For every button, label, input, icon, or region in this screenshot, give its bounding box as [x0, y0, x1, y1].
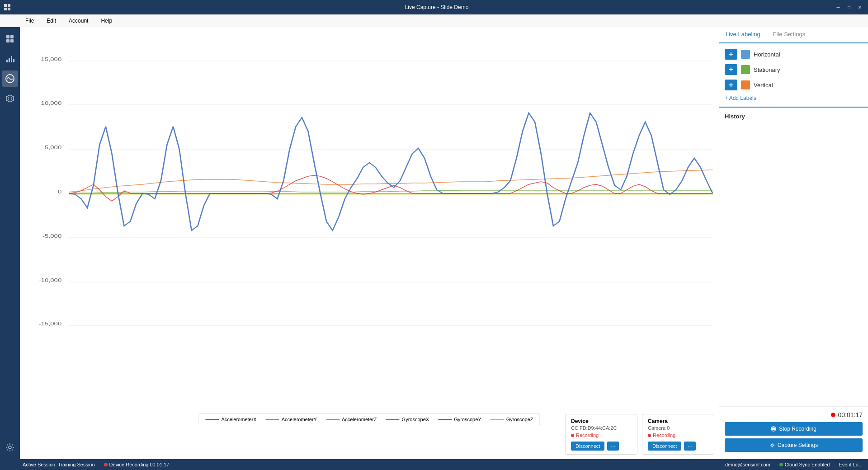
legend-item-gyrox: GyroscopeX	[386, 417, 429, 422]
device-rec-dot	[571, 434, 574, 437]
camera-buttons: Disconnect ···	[648, 442, 708, 451]
y-label-5000: 5,000	[45, 145, 61, 150]
status-email: demo@sensiml.com	[725, 462, 770, 467]
minimize-button[interactable]: ─	[834, 4, 843, 10]
statusbar: Active Session: Training Session Device …	[0, 459, 868, 470]
sidebar-item-settings[interactable]	[2, 439, 18, 456]
legend-label-accely: AccelerometerY	[282, 417, 317, 422]
right-panel: Live Labeling File Settings + Horizontal…	[719, 27, 868, 459]
y-label-neg5000: -5,000	[42, 233, 61, 239]
stationary-label: Stationary	[754, 66, 780, 73]
sidebar-item-model[interactable]	[2, 90, 18, 107]
tab-file-settings-label: File Settings	[773, 31, 806, 38]
horizontal-color-box	[741, 50, 750, 59]
svg-rect-16	[20, 27, 719, 459]
camera-recording-status: Recording	[648, 432, 708, 438]
svg-rect-1	[8, 4, 10, 7]
vertical-label: Vertical	[754, 82, 773, 89]
tab-file-settings[interactable]: File Settings	[767, 27, 812, 42]
svg-marker-13	[6, 95, 14, 102]
legend-line-accelx	[205, 419, 219, 420]
svg-rect-7	[10, 39, 14, 42]
sidebar-item-analytics[interactable]	[2, 51, 18, 67]
legend-label-gyroz: GyroscopeZ	[506, 417, 533, 422]
menu-file[interactable]: File	[23, 16, 37, 26]
add-labels-link[interactable]: + Add Labels	[725, 95, 863, 101]
svg-rect-2	[4, 8, 7, 10]
maximize-button[interactable]: □	[844, 4, 854, 10]
svg-rect-10	[11, 56, 12, 62]
chart-legend: AccelerometerX AccelerometerY Accelerome…	[198, 414, 540, 425]
bottom-controls: 00:01:17 Stop Recording Capture Settings	[719, 406, 868, 459]
legend-item-accelz: AccelerometerZ	[326, 417, 377, 422]
label-row-horizontal: + Horizontal	[725, 49, 863, 60]
status-email-text: demo@sensiml.com	[725, 462, 770, 467]
vertical-color-box	[741, 80, 750, 89]
home-icon	[5, 34, 14, 43]
status-cloud-text: Cloud Sync Enabled	[785, 462, 830, 467]
legend-item-gyroz: GyroscopeZ	[491, 417, 533, 422]
menu-help[interactable]: Help	[98, 16, 115, 26]
tab-live-labeling[interactable]: Live Labeling	[719, 27, 767, 43]
camera-title: Camera	[648, 418, 708, 424]
capture-settings-icon	[769, 442, 775, 448]
add-horizontal-button[interactable]: +	[725, 49, 737, 60]
svg-rect-9	[9, 58, 10, 62]
legend-line-gyroy	[438, 419, 452, 420]
camera-status-label: Recording	[653, 432, 675, 438]
recording-timer: 00:01:17	[725, 411, 863, 418]
status-sync-dot	[779, 463, 783, 466]
svg-rect-3	[8, 8, 10, 10]
device-disconnect-button[interactable]: Disconnect	[571, 442, 604, 451]
camera-more-button[interactable]: ···	[684, 442, 695, 451]
sidebar-item-home[interactable]	[2, 31, 18, 47]
menu-account[interactable]: Account	[66, 16, 91, 26]
legend-item-accelx: AccelerometerX	[205, 417, 256, 422]
window-title: Live Capture - Slide Demo	[40, 4, 834, 10]
y-label-15000: 15,000	[41, 56, 62, 62]
device-camera-panel: Device CC:FD:D9:44:CA:2C Recording Disco…	[565, 414, 714, 455]
device-more-button[interactable]: ···	[607, 442, 618, 451]
legend-label-accelz: AccelerometerZ	[342, 417, 377, 422]
device-card: Device CC:FD:D9:44:CA:2C Recording Disco…	[565, 414, 637, 455]
svg-point-26	[771, 444, 773, 446]
menubar: File Edit Account Help	[0, 14, 868, 27]
add-vertical-button[interactable]: +	[725, 80, 737, 90]
camera-id: Camera 0	[648, 425, 708, 431]
status-session-text: Active Session: Training Session	[23, 462, 95, 467]
stop-recording-button[interactable]: Stop Recording	[725, 422, 863, 436]
sidebar-item-capture[interactable]	[2, 70, 18, 87]
stationary-color-box	[741, 65, 750, 74]
add-stationary-button[interactable]: +	[725, 64, 737, 75]
svg-rect-5	[10, 35, 14, 38]
y-label-0: 0	[58, 189, 61, 195]
horizontal-label: Horizontal	[754, 51, 780, 58]
legend-item-gyroy: GyroscopeY	[438, 417, 481, 422]
stop-recording-label: Stop Recording	[779, 426, 816, 432]
device-id: CC:FD:D9:44:CA:2C	[571, 425, 632, 431]
status-rec-dot	[104, 463, 108, 466]
legend-line-gyroz	[491, 419, 504, 420]
label-row-vertical: + Vertical	[725, 80, 863, 90]
timer-rec-dot	[831, 413, 835, 417]
menu-edit[interactable]: Edit	[44, 16, 59, 26]
legend-line-accelz	[326, 419, 340, 420]
legend-line-accely	[266, 419, 279, 420]
svg-rect-0	[4, 4, 7, 7]
history-title: History	[725, 113, 863, 120]
app-logo-icon	[4, 4, 11, 11]
analytics-icon	[5, 54, 14, 63]
capture-settings-button[interactable]: Capture Settings	[725, 438, 863, 452]
status-device-text: Device Recording 00:01:17	[109, 462, 170, 467]
legend-label-accelx: AccelerometerX	[221, 417, 256, 422]
label-row-stationary: + Stationary	[725, 64, 863, 75]
device-buttons: Disconnect ···	[571, 442, 632, 451]
y-label-neg10000: -10,000	[39, 277, 62, 283]
camera-disconnect-button[interactable]: Disconnect	[648, 442, 681, 451]
close-button[interactable]: ✕	[855, 4, 864, 10]
svg-point-15	[9, 446, 11, 449]
legend-label-gyrox: GyroscopeX	[402, 417, 429, 422]
left-sidebar	[0, 27, 20, 459]
titlebar: Live Capture - Slide Demo ─ □ ✕	[0, 0, 868, 14]
chart-svg: 15,000 10,000 5,000 0 -5,000 -10,000 -15…	[20, 27, 719, 459]
